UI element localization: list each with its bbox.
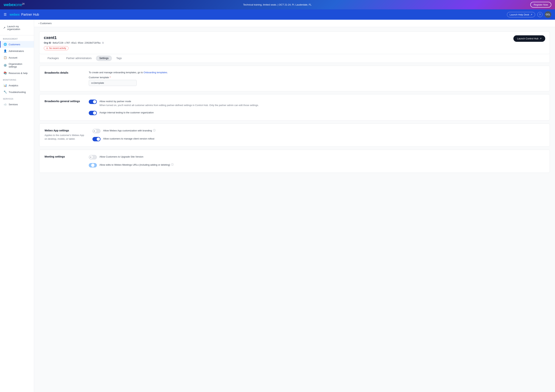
internal-testing-toggle[interactable] xyxy=(89,111,97,115)
sidebar-item-analytics[interactable]: 📊 Analytics xyxy=(0,82,34,89)
customer-name: cxent1 xyxy=(44,35,104,40)
sidebar-item-launch-org[interactable]: ↗ Launch my organization xyxy=(3,23,31,32)
chevron-left-icon: ‹ xyxy=(38,22,39,25)
broadworks-details-card: Broadworks details To create and manage … xyxy=(39,66,550,91)
org-settings-icon: ⚙️ xyxy=(3,64,7,67)
launch-help-desk-button[interactable]: Launch Help Desk ↗ xyxy=(507,12,535,17)
sidebar-item-troubleshooting[interactable]: 🔧 Troubleshooting xyxy=(0,89,34,95)
client-version-label: Allow customers to manage client version… xyxy=(103,137,154,140)
broadworks-details-content: To create and manage onboarding template… xyxy=(89,71,545,86)
external-link-icon: ↗ xyxy=(530,13,532,16)
branding-toggle[interactable]: ✕ xyxy=(92,129,101,133)
tab-tags[interactable]: Tags xyxy=(113,54,126,63)
restrict-partner-toggle[interactable] xyxy=(89,100,97,104)
broadworks-general-card: Broadworks general settings Allow restri… xyxy=(39,94,550,121)
client-version-toggle[interactable] xyxy=(92,137,101,141)
sidebar-management-label: MANAGEMENT xyxy=(0,35,34,41)
required-indicator: * xyxy=(110,76,111,79)
top-banner: webexone24 Technical training, limited s… xyxy=(0,0,555,9)
broadworks-general-label: Broadworks general settings xyxy=(44,100,81,115)
breadcrumb: ‹ Customers xyxy=(34,20,555,27)
navbar: ☰ webex Partner Hub Launch Help Desk ↗ ?… xyxy=(0,9,555,20)
tabs-container: Packages Partner administrators Settings… xyxy=(39,54,550,63)
sidebar-launch-section: ↗ Launch my organization xyxy=(0,22,34,35)
tab-packages[interactable]: Packages xyxy=(44,54,62,63)
navbar-actions: Launch Help Desk ↗ ? CCL xyxy=(507,11,551,18)
sidebar-item-account[interactable]: 📋 Account xyxy=(0,54,34,61)
onboarding-templates-link[interactable]: Onboarding templates. xyxy=(144,71,168,74)
broadworks-general-content: Allow restrict by partner mode When turn… xyxy=(89,100,545,115)
register-now-button[interactable]: Register Now xyxy=(530,2,551,7)
main-content: ‹ Customers cxent1 Org ID 0e6af220-c707-… xyxy=(34,20,555,392)
warning-icon: ⊙ xyxy=(46,47,48,50)
webex-app-label: Webex App settings Applies to the custom… xyxy=(44,129,85,141)
tab-partner-admins[interactable]: Partner administrators xyxy=(62,54,95,63)
webex-app-card: Webex App settings Applies to the custom… xyxy=(39,123,550,147)
launch-control-hub-button[interactable]: Launch Control Hub ↗ xyxy=(513,35,545,42)
meetings-urls-info-icon[interactable]: ⓘ xyxy=(171,163,174,166)
no-activity-badge: ⊙ No recent activity xyxy=(44,46,68,50)
template-label: Customer template * xyxy=(89,76,545,79)
customer-template-input[interactable] xyxy=(89,80,137,86)
copy-icon[interactable]: ⧉ xyxy=(102,41,104,44)
brand-logo: webex Partner Hub xyxy=(10,13,39,17)
troubleshooting-icon: 🔧 xyxy=(3,90,7,94)
meetings-urls-row: Allow edits to Webex Meetings URLs (incl… xyxy=(89,163,545,167)
sidebar-item-services[interactable]: ☁️ Services xyxy=(0,101,34,108)
external-link-icon: ↗ xyxy=(540,37,541,40)
sidebar-monitoring-label: MONITORING xyxy=(0,76,34,82)
meeting-settings-label: Meeting settings xyxy=(44,155,81,167)
page-content: cxent1 Org ID 0e6af220-c707-45a1-95ee-23… xyxy=(34,27,555,180)
internal-testing-row: Assign internal testing to the customer … xyxy=(89,111,545,115)
meetings-urls-toggle[interactable] xyxy=(89,163,97,167)
broadworks-details-label: Broadworks details xyxy=(44,71,81,86)
meeting-settings-content: ✕ Allow Customers to Upgrade Site Versio… xyxy=(89,155,545,167)
customers-icon: 🌐 xyxy=(3,43,7,46)
banner-text: Technical training, limited seats. | OCT… xyxy=(28,3,527,6)
administrators-icon: 👤 xyxy=(3,49,7,53)
restrict-partner-label: Allow restrict by partner mode xyxy=(99,100,259,103)
account-icon: 📋 xyxy=(3,56,7,59)
org-id-row: Org ID 0e6af220-c707-45a1-95ee-23928d718… xyxy=(44,41,104,44)
breadcrumb-back[interactable]: ‹ Customers xyxy=(38,22,51,25)
restrict-partner-mode-row: Allow restrict by partner mode When turn… xyxy=(89,100,545,107)
upgrade-site-version-row: ✕ Allow Customers to Upgrade Site Versio… xyxy=(89,155,545,159)
help-icon[interactable]: ? xyxy=(537,12,542,17)
services-icon: ☁️ xyxy=(3,103,7,106)
hamburger-icon[interactable]: ☰ xyxy=(4,13,7,17)
customer-info: cxent1 Org ID 0e6af220-c707-45a1-95ee-23… xyxy=(44,35,104,50)
branding-row: ✕ Allow Webex App customization with bra… xyxy=(92,129,545,133)
tab-settings[interactable]: Settings xyxy=(96,56,112,61)
sidebar-item-resources-help[interactable]: 📚 Resources & help xyxy=(0,70,34,76)
app-layout: ↗ Launch my organization MANAGEMENT 🌐 Cu… xyxy=(0,20,555,392)
webex-logo: webexone24 xyxy=(4,2,24,7)
resources-icon: 📚 xyxy=(3,71,7,75)
analytics-icon: 📊 xyxy=(3,84,7,87)
avatar[interactable]: CCL xyxy=(545,11,551,18)
branding-info-icon[interactable]: ⓘ xyxy=(153,129,156,132)
sidebar-item-org-settings[interactable]: ⚙️ Organization settings xyxy=(0,61,34,70)
sidebar: ↗ Launch my organization MANAGEMENT 🌐 Cu… xyxy=(0,20,34,392)
banner-logo: webexone24 xyxy=(4,2,24,7)
sidebar-item-customers[interactable]: 🌐 Customers xyxy=(0,41,34,48)
client-version-row: Allow customers to manage client version… xyxy=(92,137,545,141)
branding-label: Allow Webex App customization with brand… xyxy=(103,129,152,132)
external-icon: ↗ xyxy=(3,26,6,29)
sidebar-services-label: SERVICES xyxy=(0,95,34,101)
upgrade-site-version-toggle[interactable]: ✕ xyxy=(89,155,97,159)
page-header: cxent1 Org ID 0e6af220-c707-45a1-95ee-23… xyxy=(39,31,550,54)
internal-testing-label: Assign internal testing to the customer … xyxy=(99,111,154,114)
restrict-partner-desc: When turned on, you'll restrict all cust… xyxy=(99,103,259,107)
meeting-settings-card: Meeting settings ✕ Allow Customers to Up… xyxy=(39,150,550,173)
webex-app-content: ✕ Allow Webex App customization with bra… xyxy=(92,129,545,141)
sidebar-item-administrators[interactable]: 👤 Administrators xyxy=(0,48,34,54)
meetings-urls-label: Allow edits to Webex Meetings URLs (incl… xyxy=(99,163,170,166)
upgrade-site-version-label: Allow Customers to Upgrade Site Version xyxy=(99,155,143,158)
